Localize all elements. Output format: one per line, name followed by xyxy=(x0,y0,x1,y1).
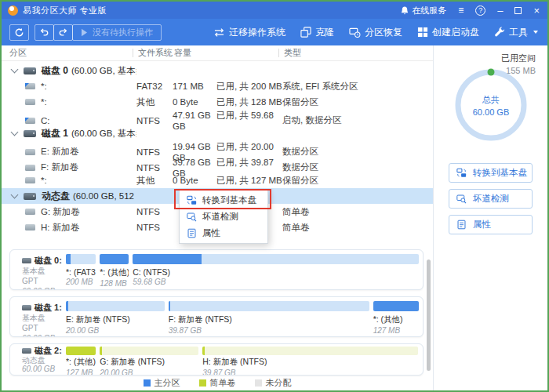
maximize-button[interactable] xyxy=(514,7,522,14)
total-value: 60.00 GB xyxy=(473,107,509,117)
disk-icon xyxy=(22,348,31,354)
migrate-os-button[interactable]: 迁移操作系统 xyxy=(213,26,285,39)
create-bootable-disk-button[interactable]: 创建启动盘 xyxy=(417,26,479,39)
app-window: 易我分区大师 专业版 在线服务 ≡ ? – × 没有 xyxy=(0,0,549,392)
disk-group-name: 磁盘 0 xyxy=(42,64,68,78)
disk-map: 磁盘 0: 基本盘 GPT 60.00 GB *: (FAT32)200 MB … xyxy=(2,249,433,382)
undo-icon xyxy=(39,27,49,37)
context-menu-item-properties[interactable]: 属性 xyxy=(180,225,267,241)
diskmap-partition[interactable]: *: (其他)127 MB xyxy=(373,301,419,336)
diskmap-partition-label: G: 新加卷 (NTFS) xyxy=(100,357,198,368)
diskmap-partition-size: 39.87 GB xyxy=(202,368,418,376)
pending-operations-button[interactable]: 没有待执行操作 xyxy=(72,24,162,41)
diskmap-partition-label: H: 新加卷 (NTFS) xyxy=(202,357,418,368)
total-value: 已用, 共 200 MB xyxy=(216,82,282,91)
surface-test-button[interactable]: 坏道检测 xyxy=(449,189,533,209)
disk-group-row-disk0[interactable]: 磁盘 0(60.00 GB, 基本盘, GPT 磁盘) xyxy=(2,63,433,78)
clone-button[interactable]: 克隆 xyxy=(300,26,334,39)
type-value: 数据分区 xyxy=(282,162,433,173)
legend: 主分区 简单卷 未分配 xyxy=(2,377,433,389)
filesystem-value: FAT32 xyxy=(136,82,173,91)
disk-icon xyxy=(24,130,36,137)
online-service-button[interactable]: 在线服务 xyxy=(401,5,446,16)
undo-button[interactable] xyxy=(35,24,54,41)
partition-icon xyxy=(25,149,35,155)
diskmap-partition[interactable]: H: 新加卷 (NTFS)39.87 GB xyxy=(202,347,418,375)
partition-icon xyxy=(25,177,35,183)
app-title: 易我分区大师 专业版 xyxy=(23,5,107,16)
partition-recovery-button[interactable]: 分区恢复 xyxy=(349,26,402,39)
partition-row[interactable]: *: 其他 0 Byte已用, 共 128 MB 保留分区 xyxy=(2,94,433,110)
redo-button[interactable] xyxy=(53,24,73,41)
disk-group-name: 动态盘 xyxy=(42,190,70,203)
disk-icon xyxy=(22,305,31,310)
main-area: 分区 文件系统 容量 类型 磁盘 0(60.00 GB, 基本盘, GPT 磁盘… xyxy=(2,45,547,390)
context-menu-item-convert-to-basic[interactable]: 转换到基本盘 xyxy=(180,192,267,209)
total-label: 总共 xyxy=(482,94,500,106)
play-icon xyxy=(81,28,88,37)
diskmap-partition[interactable]: E: 新加卷 (NTFS)20.00 GB xyxy=(66,301,165,336)
menu-icon[interactable]: ≡ xyxy=(458,5,464,16)
capacity-donut-chart: 总共 60.00 GB xyxy=(452,66,530,144)
refresh-icon xyxy=(14,27,24,38)
collapse-chevron-icon[interactable] xyxy=(11,129,19,136)
migrate-os-label: 迁移操作系统 xyxy=(229,26,285,39)
partition-icon xyxy=(25,83,35,89)
used-value: 0 Byte xyxy=(173,176,216,185)
refresh-button[interactable] xyxy=(9,24,29,41)
diskmap-partition-size: 20.00 GB xyxy=(100,368,198,376)
scrollbar-thumb[interactable] xyxy=(427,260,431,371)
partition-name: G: 新加卷 xyxy=(41,206,80,218)
redo-icon xyxy=(58,27,68,37)
diskmap-partition-label: *: (FAT32) xyxy=(66,267,96,277)
migrate-os-icon xyxy=(213,27,225,38)
context-menu-item-surface-test[interactable]: 坏道检测 xyxy=(180,209,267,225)
disk-map-card-disk1[interactable]: 磁盘 1: 基本盘 GPT 60.00 GB E: 新加卷 (NTFS)20.0… xyxy=(9,296,424,337)
filesystem-value: 其他 xyxy=(136,175,173,187)
tools-label: 工具 xyxy=(509,26,528,39)
tools-button[interactable]: 工具 xyxy=(494,26,538,39)
partition-name: E: 新加卷 xyxy=(41,146,79,158)
diskmap-partition[interactable]: G: 新加卷 (NTFS)20.00 GB xyxy=(100,347,198,375)
convert-to-basic-icon xyxy=(456,168,467,178)
convert-to-basic-label: 转换到基本盘 xyxy=(473,167,527,179)
disk-icon xyxy=(22,258,31,263)
partition-row[interactable]: E: 新加卷 NTFS 19.94 GB已用, 共 20.00 GB 数据分区 xyxy=(2,141,433,157)
close-button[interactable]: × xyxy=(533,5,540,16)
diskmap-partition[interactable]: F: 新加卷 (NTFS)39.87 GB xyxy=(169,301,369,336)
partition-row[interactable]: *: FAT32 171 MB已用, 共 200 MB 系统, EFI 系统分区 xyxy=(2,78,433,94)
diskmap-partition[interactable]: *: (FAT32)200 MB xyxy=(66,254,96,289)
partition-row[interactable]: F: 新加卷 NTFS 39.78 GB已用, 共 39.87 GB 数据分区 xyxy=(2,157,433,172)
filesystem-value: NTFS xyxy=(136,147,173,157)
properties-label: 属性 xyxy=(473,219,491,230)
diskmap-partition-label: E: 新加卷 (NTFS) xyxy=(66,314,165,325)
bootable-disk-icon xyxy=(417,27,428,38)
convert-to-basic-button[interactable]: 转换到基本盘 xyxy=(449,163,533,183)
collapse-chevron-icon[interactable] xyxy=(11,66,19,74)
properties-button[interactable]: 属性 xyxy=(449,215,533,234)
partition-row[interactable]: *: 其他 0 Byte已用, 共 127 MB 保留分区 xyxy=(2,172,433,188)
help-icon[interactable]: ? xyxy=(475,5,485,16)
diskmap-partition-label: *: (其他) xyxy=(100,267,129,278)
type-value: 数据分区 xyxy=(282,146,433,158)
partition-name: *: xyxy=(41,97,47,107)
right-panel: 已用空间 155 MB 总共 60.00 GB 转换到基本盘 xyxy=(433,45,547,390)
diskmap-partition-size: 20.00 GB xyxy=(66,326,165,335)
partition-row[interactable]: C: NTFS 47.91 GB已用, 共 59.68 GB 启动, 数据分区 xyxy=(2,110,433,125)
column-header-partition: 分区 xyxy=(8,47,136,59)
diskmap-partition[interactable]: C: (NTFS)59.68 GB xyxy=(133,254,419,289)
chevron-down-icon xyxy=(533,31,538,34)
diskmap-partition[interactable]: *: (其他)127 MB xyxy=(66,347,96,375)
used-value: 171 MB xyxy=(173,82,216,91)
minimize-button[interactable]: – xyxy=(497,5,503,16)
disk-map-size: 60.00 GB xyxy=(22,286,62,290)
legend-primary-label: 主分区 xyxy=(155,377,180,389)
column-header-filesystem: 文件系统 xyxy=(136,47,173,59)
collapse-chevron-icon[interactable] xyxy=(11,191,19,199)
surface-test-icon xyxy=(456,194,467,204)
diskmap-partition[interactable]: *: (其他)128 MB xyxy=(100,254,129,289)
tools-icon xyxy=(494,27,505,38)
disk-map-card-disk0[interactable]: 磁盘 0: 基本盘 GPT 60.00 GB *: (FAT32)200 MB … xyxy=(9,249,424,290)
disk-map-card-disk2[interactable]: 磁盘 2: 动态盘 60.00 GB *: (其他)127 MB G: 新加卷 … xyxy=(9,343,424,376)
table-header: 分区 文件系统 容量 类型 xyxy=(2,45,433,61)
